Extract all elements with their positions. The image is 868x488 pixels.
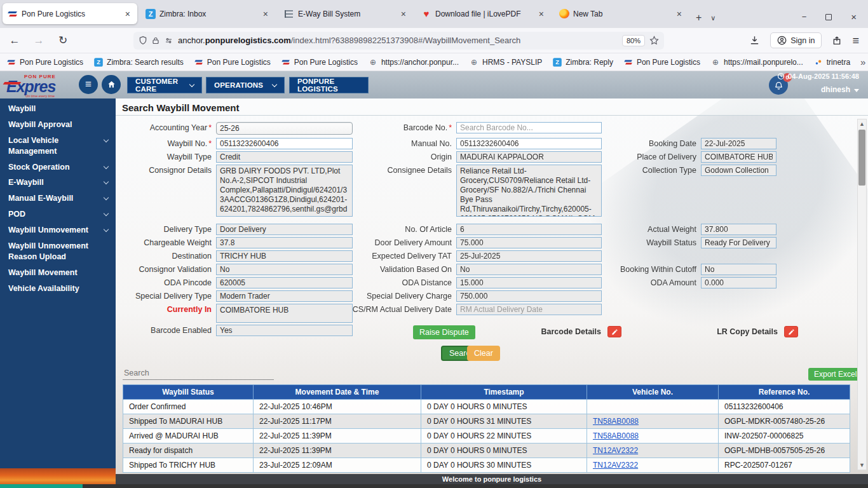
field-consignee-details[interactable]	[456, 165, 602, 217]
tab-close-icon[interactable]: ×	[399, 9, 408, 19]
export-excel-button[interactable]: Export Excel	[808, 368, 862, 381]
lr-copy-edit-button[interactable]	[784, 326, 798, 337]
bookmark-pon-pure-logistics[interactable]: Pon Pure Logistics	[623, 57, 700, 67]
sidebar-item-waybill-approval[interactable]: Waybill Approval	[0, 117, 116, 133]
column-header-waybill-status[interactable]: Waybill Status	[123, 385, 254, 400]
field-origin[interactable]	[456, 151, 602, 163]
browser-tab-e-way-bill-system[interactable]: E-Way Bill System×	[278, 3, 413, 24]
bookmark-pon-pure-logistics[interactable]: Pon Pure Logistics	[194, 57, 271, 67]
menu-operations[interactable]: OPERATIONS	[206, 77, 285, 93]
field-oda-distance[interactable]	[456, 277, 602, 288]
list-tabs-icon[interactable]: ∨	[710, 15, 715, 22]
field-special-delivery-charge[interactable]	[456, 290, 602, 302]
field-consignor-validation[interactable]	[216, 264, 353, 275]
sidebar-item-stock-operation[interactable]: Stock Operation	[0, 159, 116, 175]
raise-dispute-button[interactable]: Raise Dispute	[413, 325, 475, 339]
field-manual-no[interactable]	[456, 138, 602, 149]
minimize-button[interactable]: −	[802, 13, 807, 21]
tab-close-icon[interactable]: ×	[675, 9, 684, 19]
sidebar-item-local-vehicle-management[interactable]: Local Vehicle Management	[0, 133, 116, 159]
field-waybill-type[interactable]	[216, 151, 353, 163]
field-consignor-details[interactable]	[216, 165, 353, 217]
bookmark-star-icon[interactable]	[649, 36, 659, 45]
browser-tab-download-file-ilovepdf[interactable]: Download file | iLovePDF×	[416, 3, 551, 24]
menu-customer-care[interactable]: CUSTOMER CARE	[127, 77, 202, 93]
back-icon[interactable]: ←	[5, 32, 24, 50]
zoom-level-badge[interactable]: 80%	[622, 35, 645, 46]
sidebar-item-waybill-movement[interactable]: Waybill Movement	[0, 265, 116, 281]
tab-close-icon[interactable]: ×	[123, 9, 132, 19]
field-delivery-type[interactable]	[216, 224, 353, 235]
bookmark-pon-pure-logistics[interactable]: Pon Pure Logistics	[6, 57, 83, 67]
sign-in-button[interactable]: Sign in	[770, 32, 822, 48]
bookmark-zimbra-reply[interactable]: Zimbra: Reply	[552, 57, 613, 67]
field-no-of-article[interactable]	[456, 224, 602, 235]
bookmarks-overflow-icon[interactable]: »	[860, 57, 865, 67]
lock-icon[interactable]	[152, 36, 159, 45]
field-waybill-status[interactable]	[701, 237, 776, 248]
column-header-timestamp[interactable]: Timestamp	[421, 385, 587, 400]
downloads-icon[interactable]	[749, 35, 760, 46]
app-menu-icon[interactable]: ≡	[852, 35, 859, 46]
column-header-reference-no[interactable]: Reference No.	[719, 385, 850, 400]
field-booking-date[interactable]	[701, 138, 776, 149]
vehicle-link[interactable]: TN12AV2322	[593, 461, 638, 470]
field-door-delivery-amount[interactable]	[456, 237, 602, 248]
browser-tab-zimbra-inbox[interactable]: Zimbra: Inbox×	[140, 3, 275, 24]
field-waybill-no[interactable]	[216, 138, 353, 149]
permissions-icon[interactable]	[164, 37, 173, 44]
scroll-down-icon[interactable]: ▼	[858, 461, 866, 470]
bookmark-https-anchor-ponpur[interactable]: https://anchor.ponpur...	[368, 57, 459, 67]
extensions-icon[interactable]	[832, 36, 842, 46]
vertical-scrollbar[interactable]: ▲ ▼	[857, 119, 867, 470]
url-bar[interactable]: anchor.ponpurelogistics.com/index.html?6…	[133, 32, 664, 50]
field-barcode-no[interactable]	[456, 122, 602, 133]
table-quick-search-input[interactable]	[123, 367, 274, 380]
user-menu[interactable]: dhinesh	[821, 85, 859, 94]
field-cs-rm-actual-delivery-date[interactable]	[456, 304, 602, 315]
bookmark-https-mail-ponpurelo[interactable]: https://mail.ponpurelo...	[710, 57, 803, 67]
bookmark-hrms-payslip[interactable]: HRMS - PAYSLIP	[469, 57, 542, 67]
forward-icon[interactable]: →	[29, 32, 48, 50]
scrollbar-thumb[interactable]	[858, 130, 865, 186]
sidebar-item-waybill-unmovement[interactable]: Waybill Unmovement	[0, 222, 116, 238]
sidebar-item-pod[interactable]: POD	[0, 207, 116, 222]
field-accounting-year[interactable]: 25-26	[216, 122, 353, 135]
bookmark-trinetra[interactable]: trinetra	[813, 57, 850, 67]
browser-tab-new-tab[interactable]: New Tab×	[554, 3, 689, 24]
maximize-button[interactable]	[825, 14, 832, 20]
tab-close-icon[interactable]: ×	[537, 9, 546, 19]
column-header-movement-date-time[interactable]: Movement Date & Time	[254, 385, 421, 400]
field-actual-weight[interactable]	[701, 224, 776, 235]
scroll-up-icon[interactable]: ▲	[858, 119, 866, 128]
clear-button[interactable]: Clear	[467, 346, 500, 361]
vehicle-link[interactable]: TN12AV2322	[593, 446, 638, 455]
sidebar-item-e-waybill[interactable]: E-Waybill	[0, 175, 116, 191]
field-currently-in[interactable]	[216, 304, 353, 323]
field-validation-based-on[interactable]	[456, 264, 602, 275]
field-collection-type[interactable]	[701, 165, 776, 176]
field-place-of-delivery[interactable]	[701, 151, 776, 163]
vehicle-link[interactable]: TN58AB0088	[593, 431, 639, 440]
tab-close-icon[interactable]: ×	[261, 9, 270, 19]
sidebar-item-vehicle-availability[interactable]: Vehicle Availability	[0, 281, 116, 297]
sidebar-item-waybill[interactable]: Waybill	[0, 101, 116, 117]
vehicle-link[interactable]: TN58AB0088	[593, 417, 639, 426]
field-expected-delivery-tat[interactable]	[456, 250, 602, 262]
field-oda-pincode[interactable]	[216, 277, 353, 288]
browser-tab-pon-pure-logistics[interactable]: Pon Pure Logistics×	[3, 3, 137, 24]
menu-ponpure-logistics[interactable]: PONPURE LOGISTICS	[289, 77, 369, 93]
home-button[interactable]	[102, 75, 121, 94]
barcode-details-edit-button[interactable]	[607, 326, 621, 337]
brand-logo[interactable]: PON PURE Expres On time every time	[6, 74, 73, 98]
field-chargeable-weight[interactable]	[216, 237, 353, 248]
bookmark-pon-pure-logistics[interactable]: Pon Pure Logistics	[281, 57, 358, 67]
field-oda-amount[interactable]	[701, 277, 776, 288]
close-button[interactable]: ×	[851, 12, 857, 22]
field-barcode-enabled[interactable]	[216, 325, 353, 336]
field-destination[interactable]	[216, 250, 353, 262]
bookmark-zimbra-search-results[interactable]: Zimbra: Search results	[93, 57, 184, 67]
shield-icon[interactable]	[139, 36, 147, 45]
nav-hamburger-button[interactable]: ≡	[79, 75, 98, 94]
new-tab-button[interactable]: +	[696, 13, 702, 23]
